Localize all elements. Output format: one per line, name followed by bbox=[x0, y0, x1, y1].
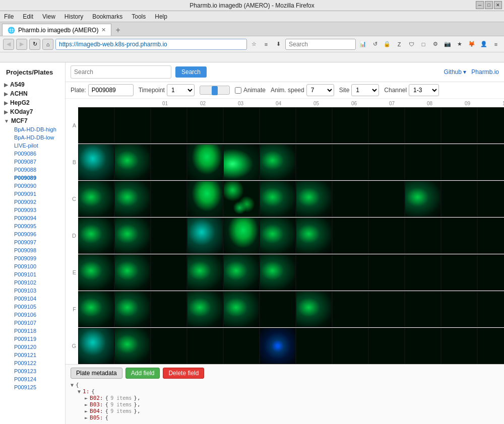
cell-G11[interactable] bbox=[441, 328, 477, 364]
cell-F03[interactable] bbox=[151, 291, 187, 327]
sidebar-item-p009099[interactable]: P009099 bbox=[0, 254, 65, 262]
animate-checkbox[interactable] bbox=[235, 87, 241, 94]
address-input[interactable] bbox=[55, 39, 247, 50]
menu-tools[interactable]: Tools bbox=[130, 12, 148, 21]
sidebar-item-bpa-low[interactable]: BpA-HD-DB-low bbox=[0, 133, 65, 142]
sidebar-item-p009088[interactable]: P009088 bbox=[0, 166, 65, 174]
cell-C01[interactable] bbox=[78, 181, 114, 217]
tools-icon5[interactable]: 🛡 bbox=[406, 39, 416, 49]
cell-A11[interactable] bbox=[441, 107, 477, 144]
cell-G07[interactable] bbox=[296, 328, 332, 364]
sidebar-item-p009094[interactable]: P009094 bbox=[0, 214, 65, 222]
browser-search-input[interactable] bbox=[285, 39, 356, 50]
cell-F11[interactable] bbox=[441, 291, 477, 327]
cell-A10[interactable] bbox=[405, 107, 441, 144]
tools-icon2[interactable]: ↺ bbox=[370, 39, 380, 49]
cell-E02[interactable] bbox=[114, 254, 151, 291]
plate-metadata-button[interactable]: Plate metadata bbox=[71, 368, 122, 379]
cell-C06[interactable] bbox=[260, 181, 296, 217]
cell-A08[interactable] bbox=[332, 107, 368, 144]
cell-B06[interactable] bbox=[260, 144, 296, 180]
menu-edit[interactable]: Edit bbox=[21, 12, 35, 21]
cell-G05[interactable] bbox=[223, 328, 260, 364]
cell-A03[interactable] bbox=[151, 107, 187, 144]
cell-E08[interactable] bbox=[332, 254, 368, 291]
cell-D12[interactable] bbox=[477, 218, 504, 254]
cell-C10[interactable] bbox=[405, 181, 441, 217]
maximize-button[interactable]: □ bbox=[485, 1, 493, 9]
sidebar-item-p009093[interactable]: P009093 bbox=[0, 206, 65, 214]
cell-D02[interactable] bbox=[114, 218, 151, 254]
cell-E05[interactable] bbox=[223, 254, 260, 291]
sidebar-item-live-pilot[interactable]: LIVE-pilot bbox=[0, 142, 65, 150]
cell-A07[interactable] bbox=[296, 107, 332, 144]
sidebar-item-p009119[interactable]: P009119 bbox=[0, 335, 65, 343]
sidebar-item-p009091[interactable]: P009091 bbox=[0, 190, 65, 198]
cell-A02[interactable] bbox=[114, 107, 151, 144]
close-button[interactable]: ✕ bbox=[494, 1, 502, 9]
github-dropdown[interactable]: Github ▾ bbox=[444, 68, 467, 76]
search-button[interactable]: Search bbox=[175, 66, 207, 78]
sidebar-item-koday7[interactable]: ▶ KOday7 bbox=[0, 107, 65, 116]
cell-C11[interactable] bbox=[441, 181, 477, 217]
sidebar-item-achn[interactable]: ▶ ACHN bbox=[0, 89, 65, 98]
cell-A06[interactable] bbox=[260, 107, 296, 144]
sidebar-item-p009122[interactable]: P009122 bbox=[0, 359, 65, 367]
cell-G09[interactable] bbox=[368, 328, 405, 364]
cell-G08[interactable] bbox=[332, 328, 368, 364]
menu-icon[interactable]: ≡ bbox=[491, 39, 501, 49]
cell-F02[interactable] bbox=[114, 291, 151, 327]
json-toggle-b04[interactable]: ► bbox=[85, 408, 88, 414]
cell-G06[interactable] bbox=[260, 328, 296, 364]
tools-icon1[interactable]: 📊 bbox=[358, 39, 368, 49]
tools-icon8[interactable]: 📷 bbox=[443, 39, 453, 49]
plate-input[interactable] bbox=[88, 84, 134, 96]
tools-icon7[interactable]: ⚙ bbox=[430, 39, 440, 49]
app-search-input[interactable] bbox=[71, 65, 171, 79]
bookmark-icon[interactable]: ☆ bbox=[249, 39, 259, 49]
sidebar-item-p009106[interactable]: P009106 bbox=[0, 311, 65, 319]
cell-E11[interactable] bbox=[441, 254, 477, 291]
json-toggle-b03[interactable]: ► bbox=[85, 402, 88, 407]
cell-D10[interactable] bbox=[405, 218, 441, 254]
cell-D04[interactable] bbox=[187, 218, 223, 254]
cell-C04[interactable] bbox=[187, 181, 223, 217]
cell-E03[interactable] bbox=[151, 254, 187, 291]
back-button[interactable]: ◀ bbox=[3, 39, 14, 50]
sidebar-item-mcf7[interactable]: ▼ MCF7 bbox=[0, 116, 65, 125]
cell-B12[interactable] bbox=[477, 144, 504, 180]
delete-field-button[interactable]: Delete field bbox=[163, 368, 204, 379]
download-icon[interactable]: ⬇ bbox=[273, 39, 283, 49]
cell-C03[interactable] bbox=[151, 181, 187, 217]
cell-F04[interactable] bbox=[187, 291, 223, 327]
cell-F09[interactable] bbox=[368, 291, 405, 327]
json-toggle-b05[interactable]: ► bbox=[85, 415, 88, 420]
menu-help[interactable]: Help bbox=[153, 12, 169, 21]
cell-G01[interactable] bbox=[78, 328, 114, 364]
cell-G02[interactable] bbox=[114, 328, 151, 364]
tools-icon3[interactable]: 🔒 bbox=[382, 39, 392, 49]
sidebar-item-p009121[interactable]: P009121 bbox=[0, 351, 65, 359]
slider-thumb[interactable] bbox=[212, 86, 218, 95]
cell-E09[interactable] bbox=[368, 254, 405, 291]
json-toggle-b02[interactable]: ► bbox=[85, 395, 88, 401]
cell-E07[interactable] bbox=[296, 254, 332, 291]
sidebar-item-p009092[interactable]: P009092 bbox=[0, 198, 65, 206]
cell-E01[interactable] bbox=[78, 254, 114, 291]
cell-D11[interactable] bbox=[441, 218, 477, 254]
cell-D01[interactable] bbox=[78, 218, 114, 254]
cell-B11[interactable] bbox=[441, 144, 477, 180]
forward-button[interactable]: ▶ bbox=[16, 39, 27, 50]
cell-E12[interactable] bbox=[477, 254, 504, 291]
cell-A01[interactable] bbox=[78, 107, 114, 144]
channel-select[interactable]: 1-3 bbox=[409, 84, 439, 96]
sidebar-item-p009087[interactable]: P009087 bbox=[0, 158, 65, 166]
sidebar-item-p009107[interactable]: P009107 bbox=[0, 319, 65, 327]
cell-C02[interactable] bbox=[114, 181, 151, 217]
cell-E10[interactable] bbox=[405, 254, 441, 291]
tab-close-button[interactable]: ✕ bbox=[101, 27, 106, 33]
sidebar-item-p009086[interactable]: P009086 bbox=[0, 150, 65, 158]
cell-B09[interactable] bbox=[368, 144, 405, 180]
sidebar-item-hepg2[interactable]: ▶ HepG2 bbox=[0, 98, 65, 107]
json-toggle-root[interactable]: ▼ bbox=[71, 382, 74, 388]
